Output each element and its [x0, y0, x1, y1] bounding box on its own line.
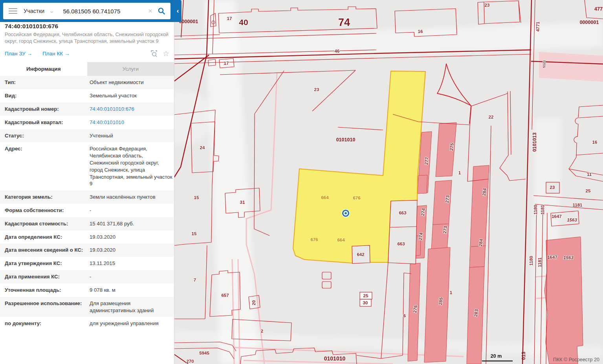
- info-row: Категория земель:Земли населённых пункто…: [0, 190, 174, 204]
- plan-zu-link[interactable]: План ЗУ →: [5, 51, 32, 57]
- info-row: по документу:для учреждений управления: [0, 317, 174, 330]
- info-value: -: [90, 207, 173, 214]
- info-row: Дата внесения сведений о КС:19.03.2020: [0, 243, 174, 257]
- info-value: 15 401 371,68 руб.: [90, 220, 173, 227]
- tabs: Информация Услуги: [0, 62, 174, 76]
- plan-links-row: План ЗУ → План КК → ☆: [0, 44, 174, 61]
- search-icon[interactable]: [157, 7, 166, 15]
- map-canvas: [174, 0, 603, 364]
- clear-search-icon[interactable]: ×: [148, 7, 152, 15]
- cadastral-map[interactable]: 0000001174074461716234771000000147715121…: [174, 0, 603, 364]
- info-label: Тип:: [5, 79, 90, 86]
- plan-kk-link[interactable]: План КК →: [42, 51, 70, 57]
- info-label: Уточненная площадь:: [5, 287, 90, 294]
- scale-bar: [482, 360, 513, 362]
- info-label: Вид:: [5, 92, 90, 99]
- info-row: Вид:Земельный участок: [0, 89, 174, 102]
- info-label: Статус:: [5, 132, 90, 139]
- menu-icon[interactable]: [9, 7, 17, 15]
- info-label: Форма собственности:: [5, 207, 90, 214]
- info-row: Разрешенное использование:Для размещения…: [0, 297, 174, 317]
- collapse-sidebar-button[interactable]: ‹: [174, 0, 181, 22]
- info-label: Кадастровая стоимость:: [5, 220, 90, 227]
- search-box: Участки ⌄ ×: [3, 3, 170, 19]
- info-label: Дата применения КС:: [5, 273, 90, 280]
- info-label: Кадастровый квартал:: [5, 119, 90, 126]
- info-row: Адрес:Российская Федерация, Челябинская …: [0, 142, 174, 190]
- favorite-star-icon[interactable]: ☆: [163, 50, 169, 57]
- info-value: -: [90, 273, 173, 280]
- chevron-down-icon[interactable]: ⌄: [49, 9, 55, 14]
- info-row: Форма собственности:-: [0, 204, 174, 217]
- info-label: по документу:: [5, 320, 90, 327]
- info-row: Статус:Учтенный: [0, 129, 174, 143]
- parcel-address: Российская Федерация, Челябинская област…: [5, 31, 170, 44]
- info-label: Кадастровый номер:: [5, 106, 90, 113]
- info-label: Дата утверждения КС:: [5, 260, 90, 267]
- info-label: Дата внесения сведений о КС:: [5, 247, 90, 254]
- info-value-link[interactable]: 74:40:0101010: [90, 119, 173, 126]
- info-label: Разрешенное использование:: [5, 300, 90, 314]
- search-bar: Участки ⌄ ×: [0, 0, 174, 22]
- info-label: Адрес:: [5, 145, 90, 187]
- tab-services[interactable]: Услуги: [87, 62, 174, 76]
- info-sidebar: Участки ⌄ × ← Вернуться к списку 74:40:0…: [0, 0, 174, 364]
- info-row: Уточненная площадь:9 078 кв. м: [0, 284, 174, 297]
- parcel-header: 74:40:0101010:676 Российская Федерация, …: [0, 19, 174, 44]
- info-value-link[interactable]: 74:40:0101010:676: [90, 106, 173, 113]
- info-value: Земельный участок: [90, 92, 173, 99]
- info-value: 19.03.2020: [90, 234, 173, 241]
- search-category-select[interactable]: Участки: [24, 8, 44, 14]
- info-row: Дата утверждения КС:13.11.2015: [0, 257, 174, 270]
- info-row: Дата определения КС:19.03.2020: [0, 230, 174, 244]
- info-label: Категория земель:: [5, 194, 90, 201]
- info-row: Дата применения КС:-: [0, 270, 174, 284]
- header-icons: ☆: [150, 50, 169, 57]
- info-table: Тип:Объект недвижимостиВид:Земельный уча…: [0, 76, 174, 330]
- info-row: Кадастровый номер:74:40:0101010:676: [0, 102, 174, 116]
- info-value: Учтенный: [90, 132, 173, 139]
- info-value: 13.11.2015: [90, 260, 173, 267]
- tab-information[interactable]: Информация: [0, 62, 87, 76]
- info-value: 9 078 кв. м: [90, 287, 173, 294]
- pkk-app: 0000001174074461716234771000000147715121…: [0, 0, 603, 364]
- info-row: Кадастровая стоимость:15 401 371,68 руб.: [0, 217, 174, 230]
- parcel-title: 74:40:0101010:676: [5, 23, 169, 30]
- info-value: 19.03.2020: [90, 247, 173, 254]
- highlighted-road-band: [539, 52, 603, 82]
- info-value: для учреждений управления: [90, 320, 173, 327]
- search-input[interactable]: [62, 7, 148, 15]
- info-value: Объект недвижимости: [90, 79, 173, 86]
- info-label: Дата определения КС:: [5, 234, 90, 241]
- info-value: Земли населённых пунктов: [90, 194, 173, 201]
- info-value: Российская Федерация, Челябинская област…: [90, 145, 173, 187]
- info-row: Тип:Объект недвижимости: [0, 76, 174, 89]
- info-value: Для размещения административных зданий: [90, 300, 173, 314]
- location-marker: [342, 210, 350, 217]
- small-number-boxes: [360, 292, 372, 306]
- info-row: Кадастровый квартал:74:40:0101010: [0, 116, 174, 129]
- preview-icon[interactable]: [150, 50, 158, 57]
